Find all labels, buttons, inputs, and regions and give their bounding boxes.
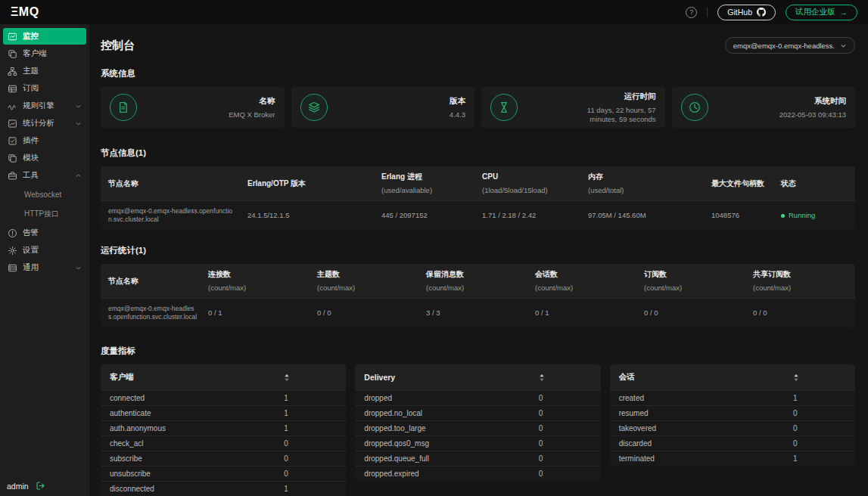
header-cell: 节点名称 bbox=[101, 264, 201, 298]
metric-label: disconnected bbox=[101, 485, 284, 493]
chevron-down-icon bbox=[840, 42, 847, 49]
metric-label: auth.anonymous bbox=[101, 424, 284, 432]
metric-row: dropped0 bbox=[355, 390, 600, 405]
sidebar-item-modules[interactable]: 模块 bbox=[3, 150, 86, 166]
header-subtitle: (1load/5load/15load) bbox=[482, 186, 577, 194]
sort-icon[interactable] bbox=[539, 374, 601, 382]
metric-row: subscribe0 bbox=[101, 451, 346, 466]
header-title: 节点名称 bbox=[108, 179, 237, 188]
metric-table-header: 会话 bbox=[610, 364, 855, 390]
general-icon bbox=[8, 263, 17, 273]
stat-value-cell: 0 / 1 bbox=[201, 299, 310, 327]
node-select-value: emqx@emqx-0.emqx-headless. bbox=[733, 42, 835, 50]
sidebar-subitem-websocket[interactable]: Websocket bbox=[0, 184, 89, 204]
card-label: 名称 bbox=[229, 96, 275, 107]
sidebar-item-subscriptions[interactable]: 订阅 bbox=[3, 80, 86, 97]
sort-icon[interactable] bbox=[284, 374, 346, 382]
card-value: 2022-05-03 09:43:13 bbox=[779, 110, 846, 119]
system-info-cards: 名称EMQ X Broker版本4.4.3运行时间11 days, 22 hou… bbox=[101, 87, 855, 128]
github-icon bbox=[757, 8, 766, 17]
sidebar-subitem-http-api[interactable]: HTTP接口 bbox=[0, 204, 89, 224]
header-cell: 最大文件句柄数 bbox=[704, 166, 773, 200]
card-label: 系统时间 bbox=[779, 96, 846, 107]
metric-label: dropped.qos0_msg bbox=[355, 439, 538, 448]
layers-icon bbox=[300, 94, 328, 121]
sidebar-item-label: 通用 bbox=[23, 262, 39, 273]
sidebar-item-label: 规则引擎 bbox=[23, 101, 54, 111]
system-info-title: 系统信息 bbox=[101, 68, 855, 79]
status-dot bbox=[781, 214, 785, 218]
run-stats-table: 节点名称连接数(count/max)主题数(count/max)保留消息数(co… bbox=[101, 264, 855, 327]
sidebar-item-clients[interactable]: 客户端 bbox=[3, 45, 86, 62]
topbar-divider bbox=[707, 8, 708, 17]
sidebar-item-general[interactable]: 通用 bbox=[3, 259, 86, 276]
header-title: 保留消息数 bbox=[426, 270, 524, 279]
metric-label: check_acl bbox=[101, 439, 284, 448]
alert-icon bbox=[8, 228, 17, 238]
node-name-cell: emqx@emqx-0.emqx-headless.openfunction.s… bbox=[101, 299, 201, 327]
metric-row: resumed0 bbox=[610, 405, 855, 420]
metric-row: disconnected1 bbox=[101, 481, 346, 496]
stat-value-cell: 0 / 0 bbox=[636, 299, 745, 327]
metric-value: 0 bbox=[539, 394, 601, 402]
logout-icon[interactable] bbox=[36, 481, 45, 491]
metric-row: dropped.no_local0 bbox=[355, 405, 600, 420]
sidebar-item-label: 告警 bbox=[23, 228, 39, 238]
sort-icon[interactable] bbox=[793, 374, 855, 382]
metric-label: takeovered bbox=[610, 424, 793, 432]
node-value-cell: 1048576 bbox=[704, 201, 773, 230]
header-cell: 共享订阅数(count/max) bbox=[745, 264, 855, 298]
sidebar-item-tools[interactable]: 工具 bbox=[3, 167, 86, 184]
trial-enterprise-label: 试用企业版 bbox=[795, 7, 835, 17]
header-title: Erlang 进程 bbox=[381, 172, 471, 181]
metric-value: 0 bbox=[793, 409, 855, 417]
sidebar-item-plugins[interactable]: 插件 bbox=[3, 132, 86, 149]
sidebar-item-label: 模块 bbox=[23, 153, 39, 163]
metric-label: unsubscribe bbox=[101, 470, 284, 478]
sidebar-item-monitoring[interactable]: 监控 bbox=[3, 28, 86, 45]
gear-icon bbox=[8, 246, 17, 256]
header-title: CPU bbox=[482, 172, 577, 181]
metric-row: dropped.queue_full0 bbox=[355, 451, 600, 466]
sidebar-item-rule-engine[interactable]: 规则引擎 bbox=[3, 98, 86, 114]
node-name-cell: emqx@emqx-0.emqx-headless.openfunction.s… bbox=[101, 201, 240, 230]
system-card-layers: 版本4.4.3 bbox=[291, 87, 475, 128]
hourglass-icon bbox=[490, 94, 518, 121]
metric-label: dropped.expired bbox=[355, 470, 538, 478]
sidebar-item-settings[interactable]: 设置 bbox=[3, 242, 86, 259]
card-text: 运行时间11 days, 22 hours, 57 minutes, 59 se… bbox=[567, 91, 656, 124]
run-stats-row: emqx@emqx-0.emqx-headless.openfunction.s… bbox=[101, 298, 855, 327]
trial-enterprise-button[interactable]: 试用企业版 → bbox=[786, 5, 857, 20]
metric-row: takeovered0 bbox=[610, 420, 855, 436]
sidebar-item-topics[interactable]: 主题 bbox=[3, 63, 86, 79]
header-subtitle: (count/max) bbox=[535, 284, 633, 292]
sidebar-item-alerts[interactable]: 告警 bbox=[3, 225, 86, 241]
header-subtitle: (used/total) bbox=[588, 186, 701, 194]
node-select-dropdown[interactable]: emqx@emqx-0.emqx-headless. bbox=[725, 37, 855, 54]
metric-label: dropped.queue_full bbox=[355, 454, 538, 463]
header-cell: 连接数(count/max) bbox=[201, 264, 310, 298]
topbar-actions: ? GitHub 试用企业版 → bbox=[686, 5, 857, 20]
metric-row: authenticate1 bbox=[101, 405, 346, 420]
metric-row: auth.anonymous1 bbox=[101, 420, 346, 436]
metric-label: discarded bbox=[610, 439, 793, 448]
sidebar-item-analytics[interactable]: 统计分析 bbox=[3, 115, 86, 132]
header-title: 主题数 bbox=[317, 270, 415, 279]
header-cell: 订阅数(count/max) bbox=[636, 264, 745, 298]
modules-icon bbox=[8, 153, 17, 163]
header-subtitle: (count/max) bbox=[753, 284, 852, 292]
metric-table: 会话created1resumed0takeovered0discarded0t… bbox=[610, 364, 855, 466]
header-cell: CPU(1load/5load/15load) bbox=[474, 166, 580, 200]
username: admin bbox=[7, 482, 29, 491]
system-card-file: 名称EMQ X Broker bbox=[101, 87, 285, 128]
metric-value: 0 bbox=[284, 470, 346, 478]
system-card-hourglass: 运行时间11 days, 22 hours, 57 minutes, 59 se… bbox=[481, 87, 665, 128]
sidebar-item-label: 客户端 bbox=[23, 48, 47, 59]
help-icon[interactable]: ? bbox=[686, 7, 697, 18]
card-label: 版本 bbox=[450, 96, 465, 107]
metric-label: connected bbox=[101, 394, 284, 402]
github-button[interactable]: GitHub bbox=[717, 5, 776, 20]
metric-row: dropped.expired0 bbox=[355, 466, 600, 481]
header-subtitle: (used/avaliable) bbox=[381, 186, 471, 194]
run-stats-title: 运行统计(1) bbox=[101, 245, 855, 256]
